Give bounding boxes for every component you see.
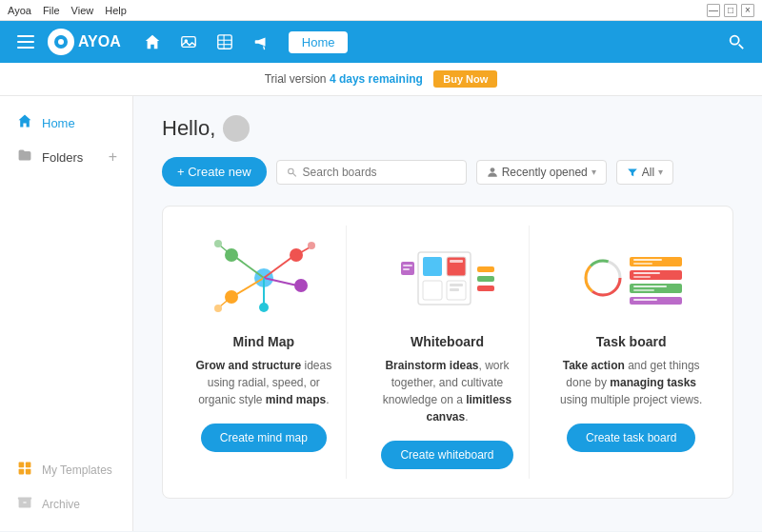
nav-megaphone-button[interactable] — [245, 26, 277, 58]
svg-rect-17 — [26, 469, 31, 475]
search-input[interactable] — [303, 166, 456, 179]
sidebar-item-home[interactable]: Home — [0, 106, 132, 140]
svg-rect-1 — [17, 41, 34, 43]
svg-point-23 — [490, 167, 494, 172]
hamburger-menu-button[interactable] — [11, 28, 40, 56]
svg-rect-14 — [19, 463, 25, 468]
title-bar-menus: Ayoa File View Help — [8, 5, 127, 16]
svg-line-31 — [235, 278, 264, 295]
all-filter-label: All — [642, 166, 654, 179]
home-tab[interactable]: Home — [289, 31, 349, 53]
svg-rect-51 — [403, 268, 410, 270]
chevron-down-icon: ▾ — [592, 167, 596, 177]
trial-days: 4 days remaining — [330, 72, 423, 86]
minimize-button[interactable]: — — [707, 4, 720, 17]
svg-rect-65 — [633, 276, 651, 278]
hello-section: Hello, — [162, 115, 733, 142]
svg-rect-42 — [423, 257, 442, 276]
create-new-button[interactable]: + Create new — [162, 157, 267, 187]
close-button[interactable]: × — [741, 4, 754, 17]
trial-text: Trial version — [265, 72, 327, 86]
search-box[interactable] — [276, 160, 467, 185]
svg-rect-46 — [450, 284, 463, 286]
svg-line-13 — [739, 45, 744, 49]
app-logo: AYOA — [48, 29, 121, 55]
create-mind-map-button[interactable]: Create mind map — [201, 424, 327, 452]
whiteboard-title: Whiteboard — [411, 334, 484, 349]
archive-icon — [15, 495, 34, 514]
svg-point-59 — [596, 271, 610, 285]
svg-rect-18 — [19, 499, 31, 508]
my-templates-label: My Templates — [42, 463, 112, 477]
whiteboard-card: Whiteboard Brainstorm ideas, work togeth… — [366, 226, 531, 479]
cards-container: Mind Map Grow and structure ideas using … — [162, 206, 733, 499]
svg-point-12 — [731, 36, 739, 45]
svg-rect-53 — [477, 276, 494, 282]
greeting-text: Hello, — [162, 116, 215, 141]
svg-point-4 — [58, 39, 64, 45]
svg-point-5 — [59, 35, 63, 39]
svg-line-27 — [264, 257, 292, 278]
all-filter[interactable]: All ▾ — [616, 160, 673, 185]
svg-rect-15 — [26, 463, 31, 468]
task-board-card: Task board Take action and get things do… — [549, 226, 713, 479]
home-icon — [15, 113, 34, 132]
chevron-down-icon-2: ▾ — [658, 167, 663, 177]
menu-help[interactable]: Help — [105, 5, 127, 16]
create-task-board-button[interactable]: Create task board — [567, 424, 695, 452]
svg-rect-16 — [19, 469, 25, 475]
svg-rect-54 — [477, 286, 494, 291]
whiteboard-illustration — [390, 235, 504, 321]
svg-rect-8 — [218, 35, 231, 49]
svg-rect-70 — [633, 299, 657, 301]
svg-line-25 — [235, 257, 264, 278]
archive-label: Archive — [42, 498, 80, 511]
sidebar-item-my-templates[interactable]: My Templates — [0, 453, 132, 487]
content-toolbar: + Create new Recently opened ▾ All ▾ — [162, 157, 733, 187]
mind-map-illustration — [207, 235, 321, 321]
cards-grid: Mind Map Grow and structure ideas using … — [182, 226, 713, 479]
menu-ayoa[interactable]: Ayoa — [8, 5, 31, 16]
sidebar-home-label: Home — [42, 116, 75, 130]
svg-rect-61 — [633, 259, 662, 261]
svg-rect-6 — [182, 37, 195, 48]
filter-icon — [627, 167, 638, 178]
sidebar-item-archive[interactable]: Archive — [0, 487, 132, 522]
nav-image-button[interactable] — [172, 26, 205, 58]
svg-rect-50 — [403, 265, 412, 266]
person-icon — [487, 167, 498, 178]
nav-home-button[interactable] — [136, 26, 169, 58]
sidebar: Home Folders + My Templates — [0, 96, 133, 531]
svg-rect-44 — [423, 281, 442, 300]
svg-rect-62 — [633, 263, 652, 265]
svg-rect-52 — [477, 266, 494, 272]
logo-text: AYOA — [78, 33, 121, 50]
svg-point-36 — [214, 240, 222, 247]
buy-now-button[interactable]: Buy Now — [433, 70, 497, 88]
main-layout: Home Folders + My Templates — [0, 96, 762, 531]
add-folder-icon[interactable]: + — [109, 148, 117, 166]
svg-point-21 — [288, 168, 292, 173]
sidebar-folders-label: Folders — [42, 150, 83, 165]
create-whiteboard-button[interactable]: Create whiteboard — [381, 441, 512, 469]
svg-line-22 — [292, 173, 295, 176]
trial-banner: Trial version 4 days remaining Buy Now — [0, 63, 762, 96]
sidebar-bottom: My Templates Archive — [0, 453, 132, 522]
recently-opened-filter[interactable]: Recently opened ▾ — [476, 160, 607, 185]
menu-view[interactable]: View — [71, 5, 94, 16]
title-bar: Ayoa File View Help — □ × — [0, 0, 762, 21]
svg-point-34 — [259, 303, 269, 312]
svg-rect-67 — [633, 286, 667, 287]
search-icon — [287, 167, 297, 178]
menu-file[interactable]: File — [43, 5, 60, 16]
toolbar-search-button[interactable] — [722, 28, 751, 56]
mind-map-desc: Grow and structure ideas using radial, s… — [191, 357, 336, 408]
svg-rect-63 — [630, 270, 682, 280]
sidebar-item-folders[interactable]: Folders + — [0, 140, 132, 174]
svg-rect-66 — [630, 284, 682, 293]
svg-rect-19 — [18, 497, 31, 499]
maximize-button[interactable]: □ — [724, 4, 737, 17]
nav-table-button[interactable] — [209, 26, 241, 58]
avatar — [223, 115, 250, 142]
svg-rect-64 — [633, 272, 660, 274]
